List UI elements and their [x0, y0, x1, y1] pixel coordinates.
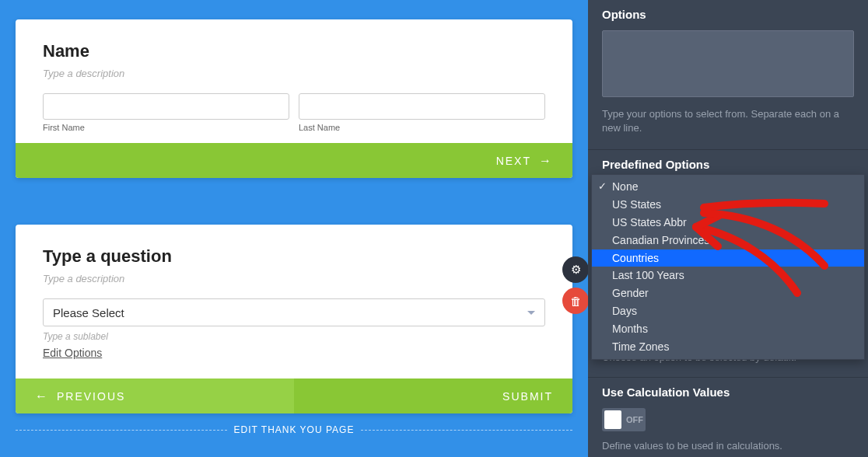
dropdown-sublabel[interactable]: Type a sublabel — [43, 331, 545, 342]
predefined-option-item[interactable]: Canadian Provinces — [592, 232, 864, 249]
calc-values-heading: Use Calculation Values — [602, 385, 854, 399]
options-hint: Type your options to select from. Separa… — [602, 107, 854, 135]
edit-options-link[interactable]: Edit Options — [43, 347, 102, 359]
arrow-left-icon: ← — [35, 389, 49, 403]
predefined-option-item[interactable]: Countries — [592, 249, 864, 267]
predefined-options-heading: Predefined Options — [602, 158, 854, 171]
options-heading: Options — [602, 8, 854, 21]
submit-button[interactable]: SUBMIT — [294, 379, 572, 413]
last-name-sublabel: Last Name — [299, 123, 545, 132]
form-card-dropdown: Type a question Type a description Pleas… — [16, 225, 572, 413]
toggle-knob — [604, 410, 621, 429]
form-card-name: Name Type a description First Name Last … — [16, 19, 572, 178]
question-title[interactable]: Type a question — [43, 246, 545, 267]
predefined-option-item[interactable]: Gender — [592, 284, 864, 302]
dropdown-select[interactable]: Please Select — [43, 298, 545, 326]
field-settings-button[interactable]: ⚙ — [562, 256, 589, 283]
question-description: Type a description — [43, 68, 545, 79]
previous-button[interactable]: ← PREVIOUS — [16, 379, 294, 413]
properties-sidebar: Options Type your options to select from… — [588, 0, 868, 457]
calc-values-hint: Define values to be used in calculations… — [602, 439, 854, 453]
last-name-input[interactable] — [299, 93, 545, 120]
next-button[interactable]: NEXT → — [16, 143, 572, 178]
field-delete-button[interactable]: 🗑 — [562, 288, 589, 314]
question-title: Name — [43, 41, 545, 61]
calc-values-toggle[interactable]: OFF — [602, 408, 646, 431]
trash-icon: 🗑 — [570, 295, 582, 308]
first-name-input[interactable] — [43, 93, 289, 120]
edit-thank-you-page-link[interactable]: EDIT THANK YOU PAGE — [16, 417, 572, 443]
predefined-option-item[interactable]: Time Zones — [592, 338, 864, 356]
options-textarea[interactable] — [602, 30, 854, 97]
predefined-option-item[interactable]: Months — [592, 320, 864, 338]
predefined-option-item[interactable]: US States Abbr — [592, 214, 864, 232]
toggle-state-label: OFF — [626, 415, 643, 424]
dropdown-placeholder: Please Select — [53, 306, 124, 319]
predefined-option-item[interactable]: Last 100 Years — [592, 267, 864, 284]
predefined-option-item[interactable]: US States — [592, 196, 864, 214]
predefined-option-item[interactable]: Days — [592, 302, 864, 320]
submit-label: SUBMIT — [502, 390, 553, 403]
predefined-options-dropdown: NoneUS StatesUS States AbbrCanadian Prov… — [591, 174, 865, 360]
first-name-sublabel: First Name — [43, 123, 289, 132]
predefined-option-item[interactable]: None — [592, 178, 864, 196]
question-description[interactable]: Type a description — [43, 273, 545, 284]
arrow-right-icon: → — [539, 154, 553, 168]
chevron-down-icon — [527, 311, 535, 315]
next-label: NEXT — [496, 155, 531, 167]
gear-icon: ⚙ — [571, 263, 581, 277]
previous-label: PREVIOUS — [57, 390, 125, 403]
